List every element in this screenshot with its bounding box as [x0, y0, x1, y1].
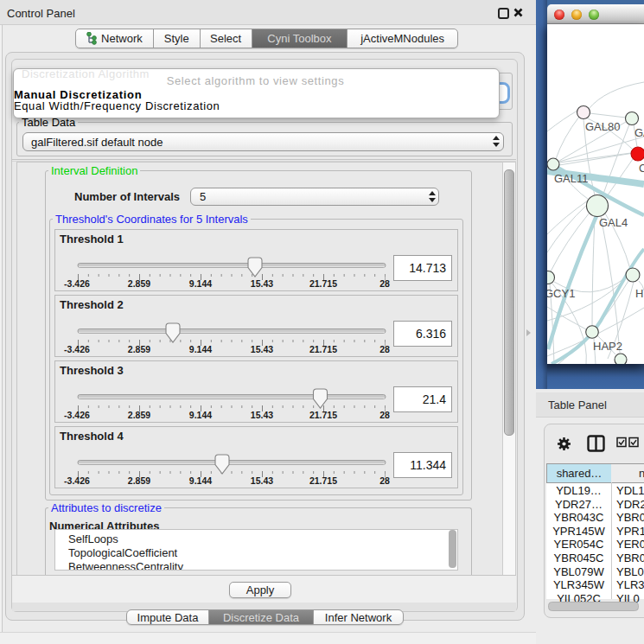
svg-text:28: 28: [379, 475, 390, 486]
svg-text:15.43: 15.43: [251, 278, 273, 289]
svg-text:-3.426: -3.426: [64, 475, 90, 486]
svg-text:21.715: 21.715: [309, 344, 337, 354]
svg-text:15.43: 15.43: [251, 344, 273, 354]
svg-text:21.715: 21.715: [309, 278, 337, 289]
svg-text:15.43: 15.43: [251, 410, 273, 420]
svg-text:2.859: 2.859: [128, 410, 150, 420]
svg-text:15.43: 15.43: [251, 475, 273, 486]
svg-text:2.859: 2.859: [128, 475, 150, 486]
svg-text:28: 28: [379, 410, 390, 420]
svg-text:9.144: 9.144: [189, 475, 212, 486]
svg-text:-3.426: -3.426: [64, 278, 90, 289]
svg-text:C: C: [639, 162, 644, 175]
svg-text:9.144: 9.144: [189, 410, 212, 420]
svg-text:GCY1: GCY1: [547, 287, 575, 300]
svg-text:21.715: 21.715: [309, 475, 337, 486]
svg-text:2.859: 2.859: [128, 344, 150, 354]
svg-text:21.715: 21.715: [309, 410, 337, 420]
svg-text:GA: GA: [634, 126, 644, 139]
svg-text:2.859: 2.859: [128, 278, 150, 289]
svg-text:GAL80: GAL80: [585, 120, 620, 133]
svg-text:H: H: [635, 287, 643, 300]
svg-text:GAL4: GAL4: [599, 216, 628, 229]
svg-text:9.144: 9.144: [189, 278, 212, 289]
svg-text:28: 28: [379, 278, 390, 289]
svg-text:GAL11: GAL11: [554, 172, 589, 185]
svg-text:9.144: 9.144: [189, 344, 212, 354]
svg-text:-3.426: -3.426: [64, 410, 90, 420]
svg-text:-3.426: -3.426: [64, 344, 90, 354]
svg-text:HAP2: HAP2: [593, 340, 622, 353]
svg-text:28: 28: [379, 344, 390, 354]
